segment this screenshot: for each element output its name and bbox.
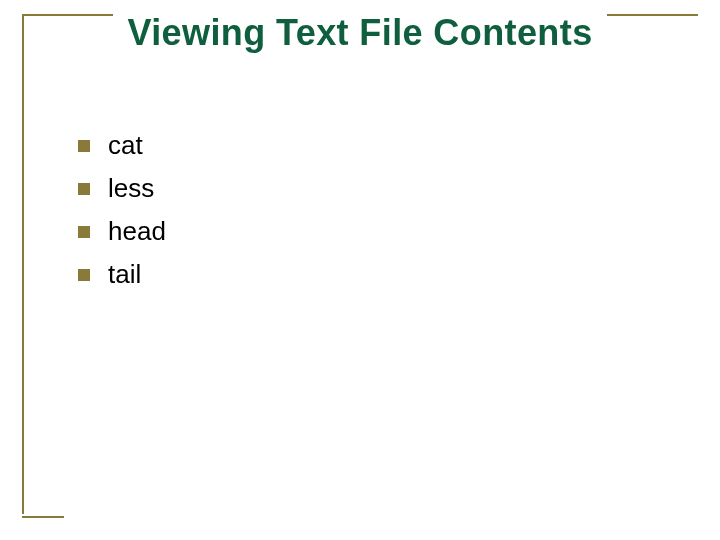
square-bullet-icon (78, 269, 90, 281)
title-wrap: Viewing Text File Contents (0, 20, 720, 54)
left-rule (22, 14, 24, 514)
list-item-label: tail (108, 259, 141, 290)
list-item: head (78, 216, 166, 247)
list-item: tail (78, 259, 166, 290)
list-item: cat (78, 130, 166, 161)
list-item: less (78, 173, 166, 204)
list-item-label: head (108, 216, 166, 247)
square-bullet-icon (78, 140, 90, 152)
square-bullet-icon (78, 226, 90, 238)
list-item-label: less (108, 173, 154, 204)
square-bullet-icon (78, 183, 90, 195)
slide: Viewing Text File Contents cat less head… (0, 0, 720, 540)
slide-title: Viewing Text File Contents (127, 12, 592, 54)
content-list: cat less head tail (78, 130, 166, 302)
list-item-label: cat (108, 130, 143, 161)
title-box: Viewing Text File Contents (113, 12, 606, 54)
